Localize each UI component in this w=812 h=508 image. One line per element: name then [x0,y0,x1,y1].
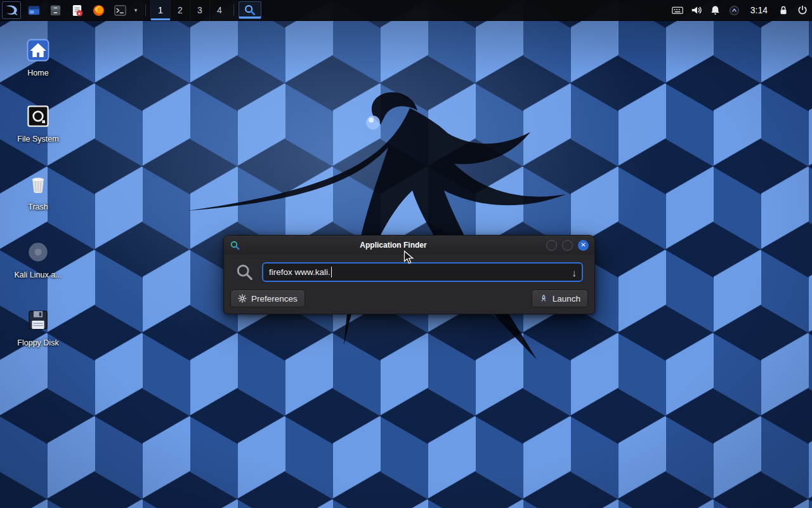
floppy-disk-icon [23,305,53,335]
file-manager-launcher[interactable] [23,0,44,20]
desktop-icon-label: Home [27,69,48,77]
app-finder-icon [244,4,256,17]
dialog-buttons: Preferences Launch [230,290,588,307]
desktop-icon-label: File System [17,135,58,144]
text-caret [331,267,332,277]
history-dropdown-icon[interactable]: ↓ [572,267,577,277]
workspace-4[interactable]: 4 [209,0,229,20]
desktop-icon-home[interactable]: Home [8,36,69,77]
workspace-1-label: 1 [158,5,163,15]
clock-text: 3:14 [750,5,768,15]
notifications-bell-icon [709,4,721,17]
screen-lock-button[interactable] [774,0,793,20]
launch-rocket-icon [539,294,548,303]
gear-icon [238,294,247,303]
preferences-button[interactable]: Preferences [230,290,305,307]
launch-label: Launch [553,294,580,304]
panel-separator [145,4,146,16]
files-drawer-launcher[interactable] [44,0,66,20]
notifications[interactable] [706,0,725,20]
application-finder-window: Application Finder ✕ firefox www.kali. ↓ [223,235,595,314]
workspace-2-label: 2 [178,5,183,15]
workspace-3-label: 3 [197,5,202,15]
home-folder-icon [23,36,53,65]
files-drawer-icon [49,4,62,17]
preferences-label: Preferences [251,294,298,304]
minimize-button[interactable] [546,240,557,251]
workspace-2[interactable]: 2 [170,0,190,20]
desktop-icon-label: Floppy Disk [17,338,58,347]
desktop-icon-label: Kali Linux a... [14,271,62,279]
desktop-icon-kali-docs[interactable]: Kali Linux a... [8,237,69,279]
desktop-root: ▾ 1 2 3 4 [0,0,812,508]
text-editor-launcher[interactable] [66,0,88,20]
desktop-icon-floppy[interactable]: Floppy Disk [8,305,69,347]
titlebar[interactable]: Application Finder ✕ [224,236,594,255]
taskbar-app-finder[interactable] [239,1,261,19]
search-input-value: firefox www.kali. [269,267,331,277]
dialog-body: firefox www.kali. ↓ Preferences [224,255,594,314]
launch-button[interactable]: Launch [532,290,588,307]
close-button[interactable]: ✕ [578,240,589,251]
panel-tray: 3:14 [668,0,812,20]
network-status[interactable] [725,0,744,20]
logout-icon [797,4,808,16]
workspace-4-label: 4 [217,5,222,15]
panel-launchers: ▾ 1 2 3 4 [0,0,261,20]
keyboard-indicator[interactable] [668,0,687,20]
app-finder-window-icon [230,240,240,251]
search-row: firefox www.kali. ↓ [230,262,588,282]
desktop-icon-label: Trash [28,203,48,211]
maximize-button[interactable] [562,240,573,251]
search-icon [235,263,254,282]
search-input[interactable]: firefox www.kali. ↓ [262,262,583,282]
close-icon: ✕ [580,242,586,248]
panel-separator-2 [233,4,234,16]
kali-menu-icon [4,3,18,17]
terminal-icon [114,4,127,17]
workspace-1[interactable]: 1 [150,0,170,20]
trash-bin-icon [23,170,53,199]
panel-clock[interactable]: 3:14 [744,0,774,20]
file-manager-icon [27,4,41,17]
kali-docs-icon [23,237,53,267]
desktop-icon-trash[interactable]: Trash [8,170,69,211]
text-editor-icon [70,4,84,17]
volume-icon [690,4,703,17]
firefox-icon [92,4,105,17]
logout-button[interactable] [793,0,812,20]
window-title: Application Finder [246,241,541,250]
terminal-launcher[interactable] [109,0,131,20]
screen-lock-icon [778,4,789,16]
firefox-launcher[interactable] [88,0,109,20]
keyboard-icon [671,4,684,17]
top-panel: ▾ 1 2 3 4 [0,0,812,21]
kali-menu-button[interactable] [2,1,21,19]
terminal-menu-arrow[interactable]: ▾ [131,0,141,20]
desktop-icon-file-system[interactable]: File System [8,102,69,144]
volume-control[interactable] [687,0,706,20]
workspace-3[interactable]: 3 [190,0,209,20]
file-system-drive-icon [23,102,53,131]
network-status-icon [728,4,740,17]
